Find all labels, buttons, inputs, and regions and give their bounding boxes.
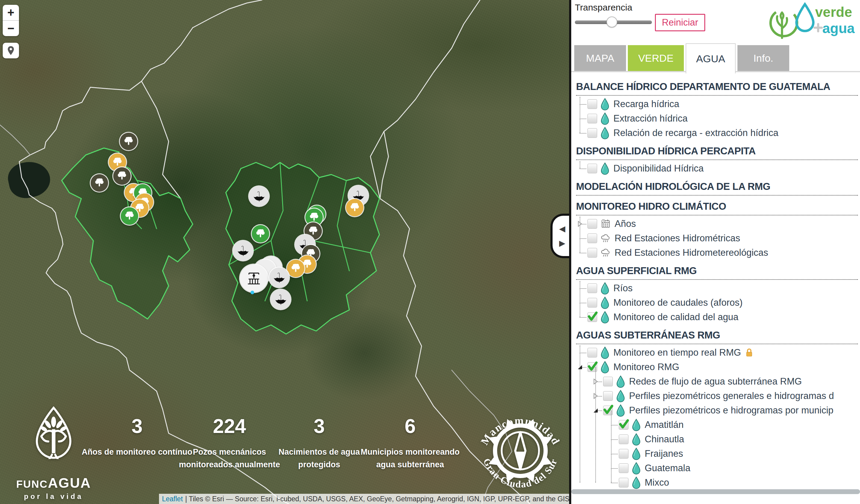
layer-label[interactable]: Monitoreo en tiempo real RMG [613, 347, 741, 358]
leaflet-link[interactable]: Leaflet [162, 495, 183, 503]
layer-checkbox[interactable] [587, 312, 597, 322]
layer-label[interactable]: Años [615, 219, 636, 229]
tree-section-monitoreo-hidro-climatico: MONITOREO HIDRO CLIMÁTICO Años Red Estac… [576, 200, 858, 260]
layer-label[interactable]: Red Estaciones Hidrometereológicas [615, 247, 768, 258]
stat-label: Municipios monitoreando agua subterránea [353, 446, 467, 471]
tree-item-monitoreo-de-calidad-del-agua[interactable]: Monitoreo de calidad del agua [576, 310, 858, 324]
transparency-slider[interactable] [575, 20, 652, 24]
verde-agua-logo: verde agua [766, 1, 857, 45]
tree-item-perfiles-piezometricos-generales-e-hidrogramas-d[interactable]: Perfiles piezométricos generales e hidro… [576, 389, 858, 403]
tree-connector [580, 288, 586, 289]
marker-umbrella[interactable]: ☂ [233, 241, 253, 261]
tree-item-red-estaciones-hidrometricas[interactable]: Red Estaciones Hidrométricas [576, 231, 858, 246]
horizontal-scrollbar[interactable] [571, 489, 860, 494]
layer-checkbox[interactable] [587, 219, 597, 229]
layer-type-icon [631, 476, 641, 489]
tree-item-disponibilidad-hidrica[interactable]: Disponibilidad Hídrica [576, 161, 858, 176]
marker-tree-green[interactable] [252, 225, 269, 242]
marker-tree-yellow[interactable] [346, 199, 363, 216]
tree-item-monitoreo-de-caudales-aforos[interactable]: Monitoreo de caudales (aforos) [576, 296, 858, 310]
marker-tree-dark[interactable] [91, 174, 108, 192]
marker-well[interactable] [240, 265, 268, 292]
layer-label[interactable]: Redes de flujo de agua subterránea RMG [629, 376, 802, 387]
layer-label[interactable]: Relación de recarga - extracción hídrica [613, 128, 778, 138]
layer-label[interactable]: Amatitlán [645, 419, 684, 430]
tree-item-rios[interactable]: Ríos [576, 281, 858, 296]
chevron-left-icon[interactable]: ◄ [557, 224, 567, 234]
layer-label[interactable]: Monitoreo de caudales (aforos) [613, 297, 743, 308]
layer-label[interactable]: Guatemala [645, 463, 690, 474]
layer-checkbox[interactable] [619, 463, 628, 473]
zoom-out-button[interactable]: − [3, 21, 19, 36]
tab-agua[interactable]: AGUA [686, 43, 736, 73]
layer-checkbox[interactable] [587, 298, 597, 308]
tree-item-fraijanes[interactable]: Fraijanes [576, 446, 858, 461]
dotted-separator [576, 160, 858, 160]
layer-checkbox[interactable] [619, 434, 628, 444]
layer-label[interactable]: Chinautla [645, 434, 684, 445]
layer-checkbox[interactable] [587, 283, 597, 293]
funcagua-tagline: por la vida [9, 492, 99, 501]
layer-label[interactable]: Monitoreo RMG [613, 362, 679, 372]
tree-icon [309, 211, 320, 223]
tree-item-monitoreo-en-tiempo-real-rmg[interactable]: Monitoreo en tiempo real RMG [576, 345, 858, 360]
tree-item-monitoreo-rmg[interactable]: Monitoreo RMG [576, 360, 858, 374]
layer-label[interactable]: Monitoreo de calidad del agua [613, 312, 739, 323]
tree-item-amatitlan[interactable]: Amatitlán [576, 418, 858, 432]
layer-checkbox[interactable] [587, 234, 597, 243]
marker-umbrella[interactable]: ☂ [269, 267, 289, 287]
layer-checkbox[interactable] [619, 420, 628, 430]
marker-tree-yellow[interactable] [287, 260, 304, 277]
tree-icon [116, 170, 128, 182]
reset-button[interactable]: Reiniciar [655, 14, 705, 31]
layer-label[interactable]: Recarga hídrica [613, 99, 679, 109]
tree-item-anos[interactable]: Años [576, 217, 858, 231]
tree-item-redes-de-flujo-de-agua-subterranea-rmg[interactable]: Redes de flujo de agua subterránea RMG [576, 374, 858, 389]
layer-checkbox[interactable] [587, 114, 597, 123]
tree-item-extraccion-hidrica[interactable]: Extracción hídrica [576, 111, 858, 126]
layer-checkbox[interactable] [619, 449, 628, 459]
layer-label[interactable]: Disponibilidad Hídrica [613, 163, 704, 174]
map-canvas[interactable]: ☂☂ ☂☂ ☂☂ + − [0, 0, 569, 504]
tree-item-guatemala[interactable]: Guatemala [576, 461, 858, 475]
tree-item-red-estaciones-hidrometereologicas[interactable]: Red Estaciones Hidrometereológicas [576, 246, 858, 260]
layer-label[interactable]: Fraijanes [645, 448, 683, 459]
layer-checkbox[interactable] [587, 164, 597, 173]
transparency-slider-thumb[interactable] [606, 17, 617, 27]
layer-checkbox[interactable] [619, 478, 628, 487]
layer-checkbox[interactable] [603, 377, 613, 386]
layer-label[interactable]: Perfiles piezométricos generales e hidro… [629, 390, 834, 401]
layer-tree: BALANCE HÍDRICO DEPARTAMENTO DE GUATEMAL… [576, 80, 858, 490]
marker-tree-dark[interactable] [113, 167, 131, 185]
tab-info[interactable]: Info. [737, 45, 789, 71]
tree-item-chinautla[interactable]: Chinautla [576, 432, 858, 446]
marker-tree-dark[interactable] [120, 133, 137, 150]
layer-label[interactable]: Mixco [645, 477, 669, 488]
layer-label[interactable]: Red Estaciones Hidrométricas [615, 233, 740, 244]
tree-connector [580, 317, 586, 318]
tree-item-mixco[interactable]: Mixco [576, 475, 858, 490]
chevron-right-icon[interactable]: ► [557, 238, 567, 248]
layer-label[interactable]: Perfiles piezométricos e hidrogramas por… [629, 405, 833, 416]
water-drop-icon [600, 311, 610, 324]
locate-button[interactable] [3, 43, 19, 58]
layer-checkbox[interactable] [587, 348, 597, 357]
zoom-in-button[interactable]: + [3, 5, 19, 20]
tree-connector [611, 468, 618, 469]
layer-label[interactable]: Ríos [613, 283, 633, 294]
layer-checkbox[interactable] [587, 248, 597, 257]
marker-umbrella[interactable]: ☂ [249, 186, 269, 206]
tree-item-relacion-de-recarga-extraccion-hidrica[interactable]: Relación de recarga - extracción hídrica [576, 126, 858, 140]
layer-label[interactable]: Extracción hídrica [613, 113, 687, 124]
tree-item-recarga-hidrica[interactable]: Recarga hídrica [576, 97, 858, 111]
layer-checkbox[interactable] [603, 391, 613, 401]
layer-checkbox[interactable] [587, 128, 597, 138]
tab-verde[interactable]: VERDE [628, 45, 684, 71]
tab-mapa[interactable]: MAPA [574, 45, 626, 71]
dotted-separator [576, 95, 858, 96]
marker-tree-green[interactable] [121, 207, 138, 225]
tree-item-perfiles-piezometricos-e-hidrogramas-por-municip[interactable]: Perfiles piezométricos e hidrogramas por… [576, 403, 858, 418]
sidebar-toggle[interactable]: ◄ ► [550, 213, 569, 258]
marker-umbrella[interactable]: ☂ [271, 290, 290, 309]
layer-checkbox[interactable] [587, 99, 597, 109]
